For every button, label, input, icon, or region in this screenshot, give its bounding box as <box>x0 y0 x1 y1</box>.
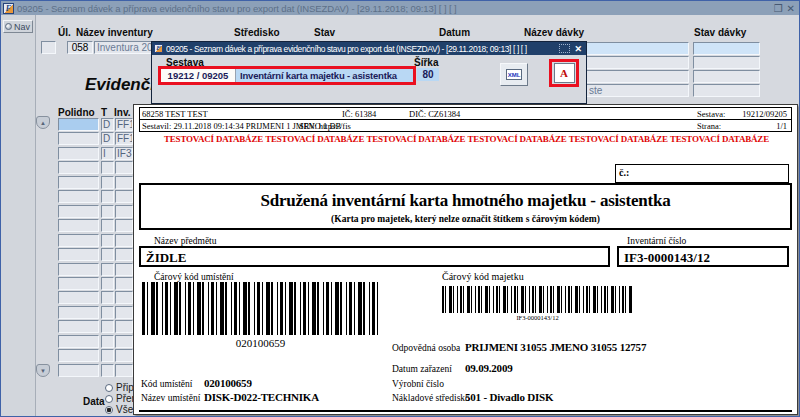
scroll-up-button[interactable]: ▲ <box>36 116 50 129</box>
row-cell[interactable] <box>58 277 99 290</box>
row-cell[interactable]: I <box>101 147 114 160</box>
row-cell[interactable] <box>101 349 114 362</box>
row-cell[interactable] <box>115 335 133 348</box>
row-cell[interactable] <box>101 219 114 232</box>
row-cell[interactable] <box>58 364 99 377</box>
strana-label: Strana: <box>697 121 721 131</box>
row-cell[interactable] <box>115 306 133 319</box>
nav-button[interactable]: Nav <box>3 20 33 33</box>
row-cell[interactable] <box>58 205 99 218</box>
pdf-icon[interactable]: A <box>554 63 575 83</box>
row-cell[interactable] <box>115 176 133 189</box>
row-cell[interactable] <box>115 190 133 203</box>
row-cell[interactable] <box>101 291 114 304</box>
col-header-stav: Stav <box>314 27 335 38</box>
xml-export-button[interactable]: XML <box>500 63 528 86</box>
odpovedna-osoba-label: Odpovědná osoba <box>392 343 460 353</box>
row-cell[interactable] <box>115 248 133 261</box>
row-cell[interactable] <box>101 248 114 261</box>
row-cell[interactable] <box>115 277 133 290</box>
restore-placeholder-icon <box>559 44 570 53</box>
row-cell[interactable] <box>115 205 133 218</box>
nazev-umisteni-label: Název umístění <box>141 393 200 403</box>
dic-value: DIČ: CZ61384 <box>409 109 460 119</box>
bottom-rule <box>139 410 792 412</box>
stav-davky-cell[interactable] <box>693 70 760 83</box>
row-cell[interactable] <box>58 190 99 203</box>
row-cell[interactable] <box>115 320 133 333</box>
row-cell[interactable] <box>58 320 99 333</box>
stav-davky-cell[interactable] <box>693 42 760 55</box>
row-cell[interactable]: D <box>101 132 114 145</box>
row-cell[interactable] <box>115 291 133 304</box>
row-checkbox-field[interactable] <box>41 41 56 54</box>
carovy-kod-majetku-label: Čárový kód majetku <box>442 271 524 282</box>
row-cell[interactable]: FF1 <box>115 132 133 145</box>
sestava-code-field[interactable]: 19212 / 09205 <box>161 69 236 82</box>
stav-davky-cell[interactable] <box>693 84 760 97</box>
row-cell[interactable] <box>58 118 99 131</box>
data-filter-label: Data <box>83 396 105 407</box>
row-cell[interactable]: IF3- <box>115 147 133 160</box>
sestava-header-label: Sestava: <box>697 109 725 119</box>
watermark-text: TESTOVACÍ DATABÁZE <box>265 134 364 144</box>
radio-option[interactable]: Vše <box>105 404 133 415</box>
row-cell[interactable] <box>101 176 114 189</box>
row-cell[interactable] <box>115 364 133 377</box>
close-icon[interactable]: ✕ <box>787 3 795 14</box>
nakladove-stredisko-label: Nákladové středisko <box>392 393 470 403</box>
nazev-predmetu-value: ŽIDLE <box>139 246 610 267</box>
ic-value: IČ: 61384 <box>342 109 376 119</box>
row-cell[interactable] <box>58 263 99 276</box>
nazev-inventury-field[interactable]: Inventura 2011 <box>94 41 154 54</box>
row-cell[interactable] <box>115 234 133 247</box>
asset-barcode-caption: IF3-0000143/12 <box>442 314 633 321</box>
row-cell[interactable] <box>115 349 133 362</box>
row-cell[interactable] <box>115 263 133 276</box>
row-cell[interactable] <box>115 161 133 174</box>
card-title-box: Sdružená inventární karta hmotného majet… <box>139 183 792 230</box>
row-cell[interactable] <box>101 364 114 377</box>
row-cell[interactable]: FF1 <box>115 118 133 131</box>
sirka-field[interactable]: 80 <box>417 68 439 81</box>
row-cell[interactable] <box>58 291 99 304</box>
row-cell[interactable] <box>101 161 114 174</box>
row-cell[interactable] <box>101 205 114 218</box>
row-cell[interactable] <box>58 248 99 261</box>
row-cell[interactable] <box>115 219 133 232</box>
radio-label: Vše <box>116 404 133 415</box>
col-header-nazev-davky: Název dávky <box>524 27 584 38</box>
row-cell[interactable] <box>58 132 99 145</box>
dialog-close-icon[interactable]: ✕ <box>574 44 582 54</box>
row-cell[interactable] <box>101 277 114 290</box>
row-cell[interactable] <box>58 306 99 319</box>
row-cell[interactable] <box>101 320 114 333</box>
scroll-down-button[interactable]: ▼ <box>36 364 50 377</box>
app-icon: F <box>154 44 163 53</box>
row-cell[interactable] <box>58 234 99 247</box>
location-barcode <box>142 282 379 335</box>
row-cell[interactable] <box>101 263 114 276</box>
row-cell[interactable]: D <box>101 118 114 131</box>
watermark-text: TESTOVACÍ DATABÁZE <box>670 134 769 144</box>
row-cell[interactable] <box>58 349 99 362</box>
srv-value: SRV: https://fis <box>299 121 351 131</box>
sestava-header-value: 19212/09205 <box>732 109 787 119</box>
row-cell[interactable] <box>101 335 114 348</box>
row-cell[interactable] <box>101 234 114 247</box>
row-cell[interactable] <box>101 306 114 319</box>
col-header-ul: Úl. <box>58 27 71 38</box>
row-cell[interactable] <box>58 147 99 160</box>
inventory-rows: DFF1DFF1IIF3- <box>58 118 134 380</box>
sestava-name-field[interactable]: Inventární karta majetku - asistentka <box>236 69 413 82</box>
row-cell[interactable] <box>101 190 114 203</box>
row-cell[interactable] <box>58 176 99 189</box>
row-cell[interactable] <box>58 335 99 348</box>
ul-field[interactable]: 058 <box>67 41 93 54</box>
restore-icon[interactable]: ❐ <box>774 3 783 14</box>
stav-davky-cell[interactable] <box>693 56 760 69</box>
row-cell[interactable] <box>58 161 99 174</box>
row-cell[interactable] <box>58 219 99 232</box>
card-title: Sdružená inventární karta hmotného majet… <box>141 191 790 211</box>
header-divider <box>139 119 792 120</box>
